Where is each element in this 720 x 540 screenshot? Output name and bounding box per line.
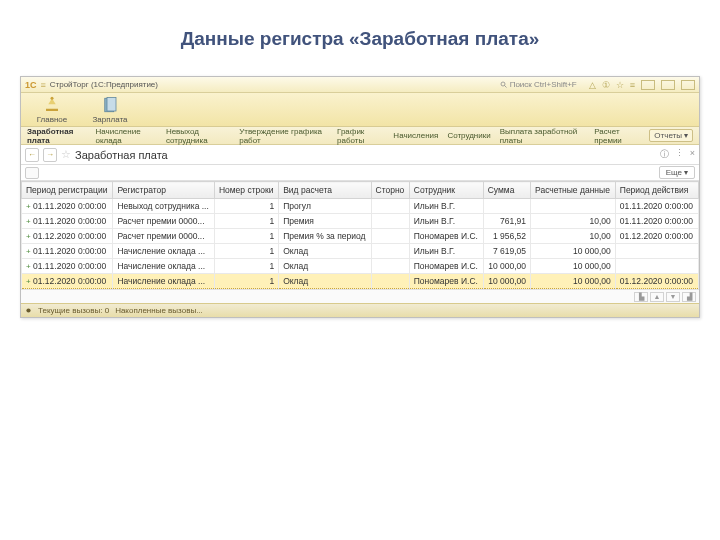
document-icon [101,96,119,114]
status-dot-icon [25,307,32,314]
table-toolbar: Еще ▾ [21,165,699,181]
svg-point-0 [501,82,505,86]
table-footer: ▙ ▲ ▼ ▟ [21,289,699,303]
row-plus-icon: + [26,232,31,241]
chevron-down-icon: ▾ [684,131,688,140]
scroll-down-icon[interactable]: ▼ [666,292,680,302]
more-label: Еще [666,168,682,177]
scroll-last-icon[interactable]: ▟ [682,292,696,302]
table-row[interactable]: + 01.11.2020 0:00:00Начисление оклада ..… [22,259,699,274]
reports-dropdown[interactable]: Отчеты ▾ [649,129,693,142]
svg-point-6 [26,308,30,312]
more-button[interactable]: Еще ▾ [659,166,695,179]
app-window: 1C ≡ СтройТорг (1C:Предприятие) Поиск Ct… [20,76,700,318]
nav-item-1[interactable]: Начисление оклада [95,127,156,145]
row-plus-icon: + [26,217,31,226]
scales-icon [43,96,61,114]
table-header-row: Период регистрации Регистратор Номер стр… [22,182,699,199]
row-plus-icon: + [26,277,31,286]
col-line[interactable]: Номер строки [214,182,278,199]
register-table: Период регистрации Регистратор Номер стр… [21,181,699,289]
window-restore-icon[interactable] [661,80,675,90]
filter-button[interactable] [25,167,39,179]
table-row[interactable]: + 01.11.2020 0:00:00Начисление оклада ..… [22,244,699,259]
nav-item-4[interactable]: График работы [337,127,384,145]
nav-forward-button[interactable]: → [43,148,57,162]
nav-item-8[interactable]: Расчет премии [594,127,640,145]
status-bar: Текущие вызовы: 0 Накопленные вызовы... [21,303,699,317]
link-icon[interactable]: ⓘ [660,148,669,161]
logo-1c: 1C [25,80,37,90]
scroll-up-icon[interactable]: ▲ [650,292,664,302]
favorite-star-icon[interactable]: ☆ [61,148,71,161]
star-icon[interactable]: ☆ [616,80,624,90]
tab-menu-icon[interactable]: ⋮ [675,148,684,161]
nav-item-7[interactable]: Выплата заработной платы [500,127,585,145]
search-icon [500,81,508,89]
col-calc[interactable]: Вид расчета [279,182,371,199]
search-placeholder: Поиск Ctrl+Shift+F [510,80,577,89]
tab-header: ← → ☆ Заработная плата ⓘ ⋮ × [21,145,699,165]
section-main[interactable]: Главное [27,96,77,124]
row-plus-icon: + [26,247,31,256]
nav-item-6[interactable]: Сотрудники [447,131,490,140]
nav-back-button[interactable]: ← [25,148,39,162]
nav-item-3[interactable]: Утверждение графика работ [239,127,328,145]
status-stored-calls: Накопленные вызовы... [115,306,203,315]
col-reg[interactable]: Регистратор [113,182,214,199]
table-row[interactable]: + 01.12.2020 0:00:00Расчет премии 0000..… [22,229,699,244]
status-current-calls: Текущие вызовы: 0 [38,306,109,315]
svg-line-1 [504,85,506,87]
svg-rect-2 [46,108,58,110]
settings-icon[interactable]: ≡ [630,80,635,90]
section-bar: Главное Зарплата [21,93,699,127]
table-row[interactable]: + 01.12.2020 0:00:00Начисление оклада ..… [22,274,699,289]
row-plus-icon: + [26,202,31,211]
menu-icon[interactable]: ≡ [41,80,46,90]
scroll-first-icon[interactable]: ▙ [634,292,648,302]
svg-rect-5 [107,97,116,111]
history-icon[interactable]: ① [602,80,610,90]
nav-item-5[interactable]: Начисления [393,131,438,140]
tab-title: Заработная плата [75,149,168,161]
row-plus-icon: + [26,262,31,271]
tab-close-icon[interactable]: × [690,148,695,161]
window-minimize-icon[interactable] [641,80,655,90]
section-salary-label: Зарплата [92,115,127,124]
section-main-label: Главное [37,115,68,124]
section-salary[interactable]: Зарплата [85,96,135,124]
col-emp[interactable]: Сотрудник [409,182,483,199]
chevron-down-icon: ▾ [684,168,688,177]
search-box[interactable]: Поиск Ctrl+Shift+F [500,80,577,89]
col-period[interactable]: Период регистрации [22,182,113,199]
svg-point-3 [51,96,54,99]
table-row[interactable]: + 01.11.2020 0:00:00Расчет премии 0000..… [22,214,699,229]
nav-item-0[interactable]: Заработная плата [27,127,86,145]
bell-icon[interactable]: △ [589,80,596,90]
window-caption: СтройТорг (1C:Предприятие) [50,80,158,89]
slide-title: Данные регистра «Заработная плата» [0,28,720,50]
col-storno[interactable]: Сторно [371,182,409,199]
titlebar: 1C ≡ СтройТорг (1C:Предприятие) Поиск Ct… [21,77,699,93]
window-close-icon[interactable] [681,80,695,90]
nav-item-2[interactable]: Невыход сотрудника [166,127,230,145]
col-aux[interactable]: Расчетные данные [531,182,616,199]
table-row[interactable]: + 01.11.2020 0:00:00Невыход сотрудника .… [22,199,699,214]
col-sum[interactable]: Сумма [483,182,530,199]
nav-links: Заработная плата Начисление оклада Невых… [21,127,699,145]
col-valid[interactable]: Период действия [615,182,698,199]
reports-label: Отчеты [654,131,682,140]
